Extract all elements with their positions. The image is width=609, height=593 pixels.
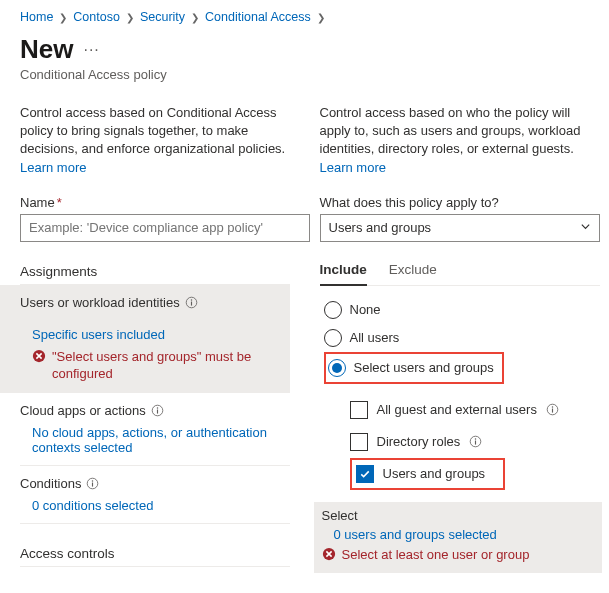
checkbox-directory-roles-label: Directory roles — [377, 434, 461, 449]
learn-more-link-right[interactable]: Learn more — [320, 160, 386, 175]
svg-point-5 — [157, 407, 158, 408]
checkbox-guest-users[interactable]: All guest and external users — [350, 394, 590, 426]
required-indicator: * — [57, 195, 62, 210]
users-identities-summary[interactable]: Specific users included — [20, 327, 165, 342]
assignments-heading: Assignments — [20, 264, 290, 285]
select-block-title: Select — [322, 508, 598, 523]
select-block-summary[interactable]: 0 users and groups selected — [322, 527, 497, 542]
cloud-apps-summary[interactable]: No cloud apps, actions, or authenticatio… — [20, 425, 290, 455]
users-identities-label: Users or workload identities — [20, 295, 180, 310]
select-users-subgroup: All guest and external users Directory r… — [320, 394, 590, 490]
chevron-right-icon: ❯ — [317, 12, 325, 23]
radio-select-users-groups-label: Select users and groups — [354, 360, 494, 375]
select-block: Select 0 users and groups selected Selec… — [314, 502, 602, 574]
info-icon[interactable] — [86, 477, 99, 490]
apply-to-label: What does this policy apply to? — [320, 195, 590, 210]
cloud-apps-item[interactable]: Cloud apps or actions No cloud apps, act… — [20, 393, 290, 466]
apply-to-value: Users and groups — [329, 220, 432, 235]
checkbox-guest-users-label: All guest and external users — [377, 402, 537, 417]
chevron-right-icon: ❯ — [59, 12, 67, 23]
radio-select-users-groups[interactable]: Select users and groups — [328, 357, 494, 379]
svg-rect-6 — [157, 409, 158, 413]
radio-icon — [328, 359, 346, 377]
breadcrumb-security[interactable]: Security — [140, 10, 185, 24]
conditions-summary[interactable]: 0 conditions selected — [20, 498, 153, 513]
svg-rect-12 — [552, 409, 553, 413]
svg-rect-2 — [191, 301, 192, 305]
svg-rect-9 — [92, 482, 93, 486]
svg-point-8 — [92, 480, 93, 481]
include-exclude-tabs: Include Exclude — [320, 256, 600, 286]
chevron-down-icon — [580, 220, 591, 235]
name-label: Name* — [20, 195, 290, 210]
breadcrumb-conditional-access[interactable]: Conditional Access — [205, 10, 311, 24]
breadcrumb-contoso[interactable]: Contoso — [73, 10, 120, 24]
checkbox-directory-roles[interactable]: Directory roles — [350, 426, 590, 458]
breadcrumb-home[interactable]: Home — [20, 10, 53, 24]
conditions-label: Conditions — [20, 476, 81, 491]
access-controls-heading: Access controls — [20, 546, 290, 567]
error-icon — [32, 349, 46, 363]
checkbox-icon — [350, 401, 368, 419]
checkbox-icon — [350, 433, 368, 451]
left-description: Control access based on Conditional Acce… — [20, 104, 290, 158]
name-input[interactable] — [20, 214, 310, 242]
chevron-right-icon: ❯ — [126, 12, 134, 23]
tab-exclude[interactable]: Exclude — [389, 256, 437, 285]
tab-include[interactable]: Include — [320, 256, 367, 285]
info-icon[interactable] — [185, 296, 198, 309]
include-radio-group: None All users Select users and groups — [320, 296, 590, 384]
page-subtitle: Conditional Access policy — [20, 67, 589, 82]
radio-icon — [324, 329, 342, 347]
checkbox-users-and-groups-label: Users and groups — [383, 466, 486, 481]
highlight-box: Users and groups — [350, 458, 506, 490]
learn-more-link[interactable]: Learn more — [20, 160, 86, 175]
cloud-apps-label: Cloud apps or actions — [20, 403, 146, 418]
apply-to-select[interactable]: Users and groups — [320, 214, 600, 242]
info-icon[interactable] — [469, 435, 482, 448]
radio-none-label: None — [350, 302, 381, 317]
conditions-item[interactable]: Conditions 0 conditions selected — [20, 466, 290, 524]
svg-point-14 — [475, 439, 476, 440]
chevron-right-icon: ❯ — [191, 12, 199, 23]
right-description: Control access based on who the policy w… — [320, 104, 590, 158]
checkbox-checked-icon — [356, 465, 374, 483]
radio-all-users-label: All users — [350, 330, 400, 345]
users-identities-item[interactable]: Users or workload identities — [0, 285, 290, 323]
radio-none[interactable]: None — [324, 296, 590, 324]
radio-icon — [324, 301, 342, 319]
page-title: New — [20, 34, 73, 65]
info-icon[interactable] — [546, 403, 559, 416]
highlight-box: Select users and groups — [324, 352, 504, 384]
users-identities-error: "Select users and groups" must be config… — [52, 348, 282, 383]
radio-all-users[interactable]: All users — [324, 324, 590, 352]
right-column: Control access based on who the policy w… — [320, 104, 590, 573]
error-icon — [322, 547, 336, 561]
svg-point-11 — [552, 407, 553, 408]
svg-rect-15 — [475, 441, 476, 445]
svg-point-1 — [190, 299, 191, 300]
checkbox-users-and-groups[interactable]: Users and groups — [356, 463, 486, 485]
info-icon[interactable] — [151, 404, 164, 417]
left-column: Control access based on Conditional Acce… — [20, 104, 290, 573]
select-block-error: Select at least one user or group — [342, 546, 530, 564]
breadcrumb: Home ❯ Contoso ❯ Security ❯ Conditional … — [20, 10, 589, 24]
more-actions-button[interactable]: ··· — [83, 41, 99, 59]
